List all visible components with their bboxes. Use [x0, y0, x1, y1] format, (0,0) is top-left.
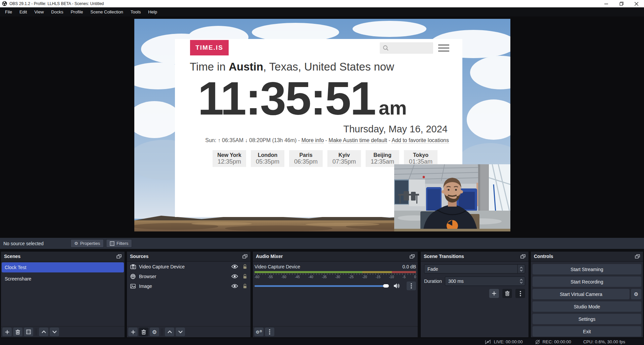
visibility-eye-icon[interactable]	[231, 264, 238, 269]
city-time-card[interactable]: New York 12:35pm	[213, 150, 246, 167]
popout-icon[interactable]	[117, 254, 122, 259]
popout-icon[interactable]	[635, 254, 640, 259]
image-icon	[130, 283, 136, 289]
filters-button[interactable]: Filters	[106, 239, 132, 248]
popout-icon[interactable]	[520, 254, 525, 259]
duration-input[interactable]: 300 ms	[445, 276, 525, 286]
window-title: OBS 29.1.2 - Profile: LLHLS BETA - Scene…	[9, 1, 104, 6]
city-name: Tokyo	[404, 152, 438, 158]
city-name: Beijing	[366, 152, 399, 158]
scene-filters-button[interactable]	[24, 328, 33, 336]
move-scene-up-button[interactable]	[39, 328, 48, 336]
search-icon	[383, 45, 389, 51]
timeis-link[interactable]: More info	[302, 137, 324, 143]
mixer-menu-button[interactable]	[265, 328, 274, 336]
titlebar: OBS 29.1.2 - Profile: LLHLS BETA - Scene…	[0, 0, 644, 7]
menu-item[interactable]: Edit	[16, 7, 31, 16]
add-transition-button[interactable]	[489, 289, 499, 298]
filters-icon	[110, 241, 114, 246]
add-source-button[interactable]	[128, 328, 138, 336]
menu-item[interactable]: Help	[144, 7, 161, 16]
meter-tick-label: 0	[414, 275, 416, 279]
remove-source-button[interactable]	[139, 328, 148, 336]
menu-item[interactable]: Scene Collection	[87, 7, 127, 16]
scene-list-item[interactable]: Screenshare	[2, 274, 124, 284]
sources-title: Sources	[130, 254, 148, 259]
timeis-logo[interactable]: TIME.IS	[190, 40, 229, 55]
visibility-eye-icon[interactable]	[231, 274, 238, 278]
menu-item[interactable]: Profile	[67, 7, 87, 16]
mixer-channel-name: Video Capture Device	[255, 264, 300, 269]
scene-transitions-dock: Scene Transitions Fade Duration 300 ms	[420, 251, 529, 338]
control-button[interactable]: Exit	[533, 326, 641, 337]
city-time-card[interactable]: Paris 06:35pm	[289, 150, 323, 167]
meter-tick-label: -10	[389, 275, 394, 279]
meter-tick-label: -20	[362, 275, 367, 279]
source-label: Video Capture Device	[139, 264, 228, 269]
remove-transition-button[interactable]	[502, 289, 512, 298]
source-list-item[interactable]: Browser	[127, 271, 250, 281]
control-button[interactable]: Settings	[533, 314, 641, 324]
speaker-icon[interactable]	[394, 283, 400, 289]
duration-label: Duration	[424, 278, 442, 284]
menu-item[interactable]: File	[1, 7, 16, 16]
restore-button[interactable]	[614, 0, 629, 7]
transition-select[interactable]: Fade	[424, 264, 525, 273]
program-canvas[interactable]: TIME.IS Time in Austin, Texas, United St…	[134, 19, 510, 231]
controls-dock: Controls Start Streaming ⚙ Start Recordi…	[531, 251, 643, 338]
timeis-search-input[interactable]	[380, 42, 433, 54]
control-button[interactable]: Start Streaming	[533, 264, 641, 274]
add-scene-button[interactable]	[2, 328, 12, 336]
menu-item[interactable]: Tools	[127, 7, 144, 16]
popout-icon[interactable]	[410, 254, 415, 259]
menu-item[interactable]: Docks	[47, 7, 67, 16]
sources-toolbar: ⚙	[127, 326, 250, 337]
meter-tick-label: -30	[335, 275, 340, 279]
mixer-channel-menu-button[interactable]	[407, 282, 416, 290]
close-button[interactable]	[629, 0, 644, 7]
source-list-item[interactable]: Image	[127, 281, 250, 291]
scene-list: Clock Test Screenshare	[1, 262, 125, 326]
scene-list-item[interactable]: Clock Test	[2, 262, 124, 272]
minimize-button[interactable]	[599, 0, 614, 7]
timeis-link[interactable]: Add to favorite locations	[392, 137, 449, 143]
move-source-down-button[interactable]	[176, 328, 185, 336]
visibility-eye-icon[interactable]	[231, 284, 238, 288]
source-list-item[interactable]: Video Capture Device	[127, 262, 250, 271]
webcam-video-source[interactable]	[394, 164, 510, 231]
menubar: File Edit View Docks Profile Scene Colle…	[0, 7, 644, 16]
transition-menu-button[interactable]	[515, 289, 525, 298]
lock-icon[interactable]	[243, 284, 247, 289]
properties-button[interactable]: ⚙ Properties	[71, 239, 104, 248]
controls-buttons: Start Streaming ⚙ Start Recording ⚙ Star…	[531, 262, 643, 337]
city-time: 07:35pm	[327, 158, 361, 165]
hamburger-menu-icon[interactable]	[438, 44, 449, 52]
lock-icon[interactable]	[243, 274, 247, 279]
advanced-audio-button[interactable]: ⚙⚙	[254, 328, 264, 336]
city-time-card[interactable]: London 05:35pm	[251, 150, 284, 167]
control-button[interactable]: Start Virtual Camera	[533, 289, 630, 299]
sources-dock: Sources Video Capture Device	[127, 251, 251, 338]
menu-item[interactable]: View	[31, 7, 47, 16]
spinner-arrows-icon[interactable]	[517, 277, 525, 286]
control-button[interactable]: Start Recording	[533, 276, 641, 287]
timeis-sun-info: Sun: ↑ 06:35AM ↓ 08:20PM (13h 46m) - Mor…	[205, 137, 449, 143]
popout-icon[interactable]	[242, 254, 247, 259]
meter-tick-label: -45	[295, 275, 300, 279]
remove-scene-button[interactable]	[13, 328, 22, 336]
rec-timer: REC: 00:00:00	[543, 339, 571, 344]
lock-icon[interactable]	[243, 264, 247, 269]
scenes-dock: Scenes Clock Test Screenshare	[1, 251, 125, 338]
timeis-link[interactable]: Make Austin time default	[329, 137, 387, 143]
volume-meter	[255, 271, 416, 273]
city-time-card[interactable]: Kyiv 07:35pm	[327, 150, 361, 167]
move-scene-down-button[interactable]	[50, 328, 59, 336]
virtual-camera-config-button[interactable]: ⚙	[631, 289, 641, 299]
volume-slider[interactable]	[255, 285, 384, 287]
control-button[interactable]: Studio Mode	[533, 301, 641, 312]
volume-slider-handle[interactable]	[383, 284, 389, 288]
move-source-up-button[interactable]	[165, 328, 174, 336]
source-properties-button[interactable]: ⚙	[150, 328, 159, 336]
gear-icon: ⚙	[74, 241, 78, 246]
record-status-icon	[535, 340, 540, 344]
